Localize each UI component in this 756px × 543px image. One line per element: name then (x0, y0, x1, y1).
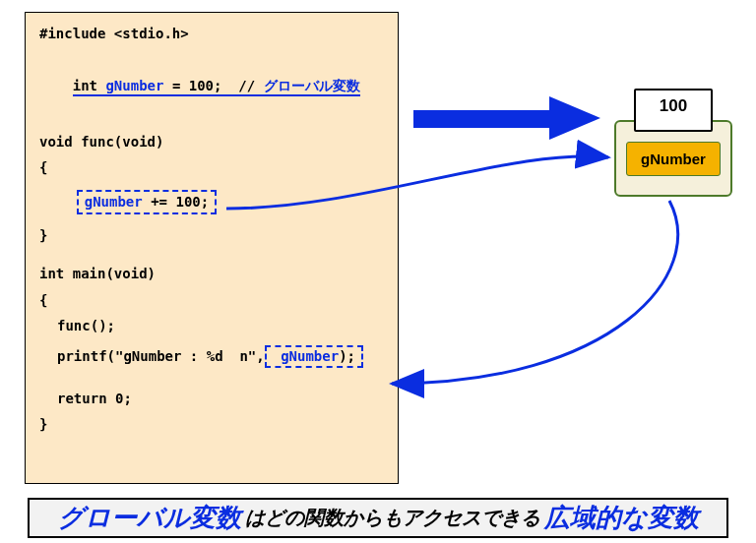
code-func-body: gNumber += 100; (39, 175, 388, 228)
code-brace-close-2: } (39, 417, 388, 432)
code-include: #include <stdio.h> (39, 27, 388, 41)
caption-mid: はどの関数からもアクセスできる (245, 505, 540, 531)
variable-value-card: 100 (634, 89, 713, 132)
variable-value: 100 (660, 96, 687, 116)
code-declaration: int gNumber = 100; // グローバル変数 (39, 65, 388, 111)
variable-name-label: gNumber (626, 142, 721, 176)
code-main-call: func(); (57, 319, 388, 333)
svg-rect-0 (413, 110, 551, 128)
code-func-sig: void func(void) (39, 135, 388, 150)
caption-kw-2: 広域的な変数 (544, 501, 699, 535)
svg-marker-1 (549, 96, 600, 140)
code-printf: printf("gNumber : %d n", gNumber); (57, 345, 388, 368)
arrow-decl-to-var-icon (413, 96, 600, 140)
code-panel: #include <stdio.h> int gNumber = 100; //… (25, 12, 399, 484)
code-main-sig: int main(void) (39, 267, 388, 281)
code-brace-open-1: { (39, 160, 388, 175)
code-brace-open-2: { (39, 293, 388, 308)
code-return: return 0; (57, 392, 388, 406)
caption-banner: グローバル変数 はどの関数からもアクセスできる 広域的な変数 (28, 498, 728, 538)
caption-kw-1: グローバル変数 (58, 501, 241, 535)
code-brace-close-1: } (39, 228, 388, 243)
